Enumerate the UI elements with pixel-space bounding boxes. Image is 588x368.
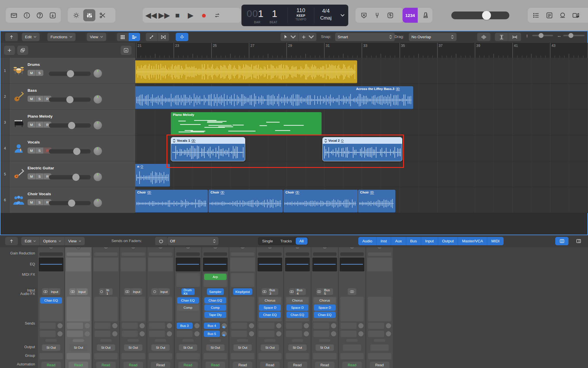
input-slot[interactable]: Bus 4 — [289, 288, 306, 295]
hide-groups-button[interactable] — [121, 46, 131, 55]
audio-fx-slot[interactable] — [149, 297, 172, 321]
instrument-slot[interactable]: Drum Kit — [181, 288, 195, 295]
audio-fx-space-d[interactable]: Space D — [259, 304, 281, 311]
region-choir[interactable]: Choir — [208, 190, 283, 213]
track-header-bass[interactable]: 2BassMSR — [1, 84, 135, 110]
media-browser-button[interactable] — [570, 9, 582, 21]
help-button[interactable] — [34, 9, 46, 21]
record-button[interactable]: ● — [198, 9, 210, 21]
send-slot[interactable] — [313, 323, 329, 329]
send-slot[interactable] — [122, 331, 138, 337]
channel-strip-7[interactable]: ArpSamplerChan EQCompTape DlyBus 4Bus 5S… — [202, 247, 229, 368]
volume-slider-knob[interactable] — [68, 200, 75, 207]
group-slot[interactable] — [176, 353, 200, 359]
audio-fx-comp[interactable]: Comp — [177, 304, 199, 311]
volume-slider-knob[interactable] — [66, 96, 74, 103]
send-knob[interactable] — [222, 323, 227, 328]
track-volume-slider[interactable] — [49, 201, 91, 205]
audio-fx-slot[interactable] — [368, 297, 391, 321]
send-knob[interactable] — [331, 323, 336, 328]
volume-slider-knob[interactable] — [68, 122, 75, 129]
group-slot[interactable] — [149, 353, 172, 359]
grid-view-button[interactable] — [117, 33, 128, 41]
input-slot[interactable]: In 1 — [99, 288, 113, 295]
audio-fx-slot[interactable] — [94, 297, 118, 321]
channel-strip-1[interactable]: InputChan EQSt OutRead — [38, 247, 64, 368]
eq-thumbnail[interactable] — [312, 258, 337, 271]
group-slot[interactable] — [368, 353, 391, 359]
filter-output[interactable]: Output — [438, 237, 458, 245]
send-knob[interactable] — [358, 331, 363, 336]
input-slot[interactable]: Bus 3 — [262, 288, 278, 295]
send-bus[interactable]: Bus 3 — [177, 323, 193, 329]
track-volume-slider[interactable] — [49, 175, 91, 179]
x-badge-button[interactable] — [358, 9, 370, 21]
send-slot[interactable] — [231, 331, 247, 337]
channel-strip-6[interactable]: Drum KitChan EQCompBus 3St OutRead — [175, 247, 201, 368]
filter-aux[interactable]: Aux — [391, 237, 406, 245]
instrument-slot[interactable]: Klopfgeist — [233, 288, 252, 295]
vertical-auto-zoom-button[interactable] — [495, 33, 508, 41]
send-knob[interactable] — [57, 323, 63, 328]
slider-knob[interactable] — [539, 33, 543, 38]
mixer-button[interactable] — [83, 9, 95, 21]
automation-mode-button[interactable]: Read — [96, 362, 116, 368]
send-knob[interactable] — [140, 323, 145, 328]
send-slot[interactable] — [231, 323, 247, 329]
audio-fx-chan-eq[interactable]: Chan EQ — [40, 297, 62, 304]
instrument-slot[interactable]: Sampler — [207, 288, 224, 295]
region-n[interactable]: n — [135, 164, 170, 187]
mixer-view-menu[interactable]: View — [65, 237, 85, 245]
send-knob[interactable] — [331, 331, 336, 336]
tuning-fork-button[interactable] — [371, 9, 383, 21]
eq-thumbnail[interactable] — [66, 258, 91, 271]
strip-view-columns-button[interactable] — [555, 237, 568, 245]
notes-button[interactable] — [543, 9, 555, 21]
channel-strip-4[interactable]: InputSt OutRead — [120, 247, 146, 368]
lcd-tempo[interactable]: 110 KEEP TEMPO — [288, 5, 314, 26]
filter-inst[interactable]: Inst — [377, 237, 391, 245]
track-header-choir-vocals[interactable]: 6Choir VocalsMSR — [1, 187, 135, 213]
output-button[interactable]: St Out — [69, 344, 88, 351]
send-knob[interactable] — [304, 323, 309, 328]
eq-thumbnail[interactable] — [230, 258, 255, 271]
strip-view-wide-button[interactable] — [572, 237, 585, 245]
eq-thumbnail[interactable] — [367, 258, 392, 271]
solo-button[interactable]: S — [36, 70, 43, 76]
channel-strip-8[interactable]: KlopfgeistSt OutRead — [229, 247, 256, 368]
region-choir[interactable]: Choir — [283, 190, 358, 213]
channel-strip-12[interactable]: Read — [339, 247, 365, 368]
automation-mode-button[interactable]: Read — [123, 362, 143, 368]
group-slot[interactable] — [313, 353, 336, 359]
automation-mode-button[interactable]: Read — [260, 362, 280, 368]
lcd-position[interactable]: 001 1 BAR BEAT — [241, 5, 287, 26]
track-lanes[interactable]: Across the Liffey Bass.3Piano MelodyVoca… — [135, 58, 588, 213]
track-header-drums[interactable]: 1DrumsMS — [1, 58, 135, 84]
send-slot[interactable] — [341, 323, 357, 329]
output-button[interactable]: St Out — [206, 344, 225, 351]
send-bus[interactable]: Bus 5 — [204, 331, 220, 337]
metronome-button[interactable] — [419, 9, 432, 21]
functions-menu[interactable]: Functions — [47, 33, 76, 41]
scope-all[interactable]: All — [296, 237, 307, 245]
hide-tracks-area-button[interactable] — [5, 33, 18, 41]
send-knob[interactable] — [358, 323, 363, 328]
audio-fx-chan-eq[interactable]: Chan EQ — [287, 312, 308, 318]
channel-strip-2[interactable]: InputSt OutRead — [65, 247, 92, 368]
track-pan-knob[interactable] — [94, 69, 102, 78]
track-header-electric-guitar[interactable]: 5Electric GuitarMSR — [1, 161, 135, 187]
list-button[interactable] — [530, 9, 542, 21]
filter-input[interactable]: Input — [421, 237, 438, 245]
automation-tool-button[interactable] — [146, 33, 157, 41]
mute-button[interactable]: M — [28, 173, 35, 179]
loop-button[interactable] — [556, 9, 568, 21]
eq-thumbnail[interactable] — [285, 258, 310, 271]
track-volume-slider[interactable] — [49, 97, 91, 102]
automation-mode-button[interactable]: Read — [41, 362, 61, 368]
archive-box-button[interactable] — [8, 9, 20, 21]
channel-strip-5[interactable]: InputSt OutRead — [147, 247, 174, 368]
audio-fx-space-d[interactable]: Space D — [287, 304, 308, 311]
automation-mode-button[interactable]: Read — [342, 362, 362, 368]
input-slot[interactable]: Input — [69, 288, 88, 295]
mixer-edit-menu[interactable]: Edit — [21, 237, 40, 245]
